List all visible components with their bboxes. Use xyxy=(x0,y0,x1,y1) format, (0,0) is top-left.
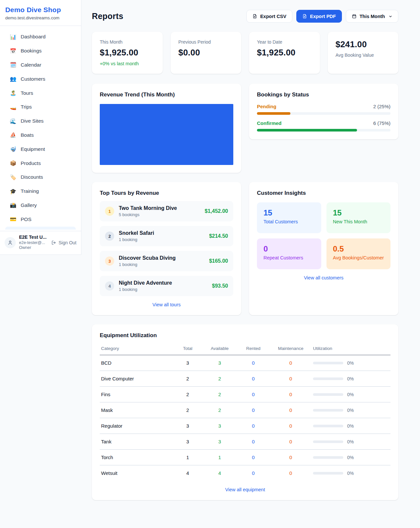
sidebar-item-trips[interactable]: 🚤Trips xyxy=(3,100,78,114)
sidebar-item-calendar[interactable]: 🗓️Calendar xyxy=(3,58,78,72)
insight-avg-bookings: 0.5 Avg Bookings/Customer xyxy=(326,238,391,269)
tour-bookings: 1 booking xyxy=(119,237,154,242)
tour-name: Snorkel Safari xyxy=(119,230,154,236)
tour-row: 2 Snorkel Safari 1 booking $214.50 xyxy=(100,226,233,246)
revenue-trend-chart xyxy=(100,104,233,165)
top-tours-card: Top Tours by Revenue 1 Two Tank Morning … xyxy=(92,182,241,315)
cell-rented: 0 xyxy=(237,418,270,434)
utilization-pct: 0% xyxy=(347,392,354,397)
main-content: Reports Export CSV Export PDF This Month… xyxy=(81,0,420,513)
customer-insights-card: Customer Insights 15 Total Customers 15 … xyxy=(249,182,398,315)
sidebar-item-discounts[interactable]: 🏷️Discounts xyxy=(3,170,78,184)
table-row: Dive Computer 2 2 0 0 0% xyxy=(100,371,390,387)
status-label: Pending xyxy=(257,104,276,109)
insight-total-customers: 15 Total Customers xyxy=(257,202,321,233)
col-rented: Rented xyxy=(237,343,270,355)
tour-name: Discover Scuba Diving xyxy=(119,255,176,261)
export-csv-button[interactable]: Export CSV xyxy=(246,10,292,23)
person-icon xyxy=(7,240,13,246)
cell-rented: 0 xyxy=(237,387,270,402)
table-row: Regulator 3 3 0 0 0% xyxy=(100,418,390,434)
table-row: Tank 3 3 0 0 0% xyxy=(100,434,390,450)
sidebar-item-dive-sites[interactable]: 🌊Dive Sites xyxy=(3,114,78,128)
sign-out-label: Sign Out xyxy=(59,240,76,245)
lists-row: Top Tours by Revenue 1 Two Tank Morning … xyxy=(92,182,398,315)
table-header-row: Category Total Available Rented Maintena… xyxy=(100,343,390,355)
stat-value: $1,925.00 xyxy=(100,48,155,58)
export-pdf-button[interactable]: Export PDF xyxy=(296,10,342,23)
cell-maintenance: 0 xyxy=(270,371,312,387)
utilization-bar xyxy=(313,425,343,427)
sidebar-item-dashboard[interactable]: 📊Dashboard xyxy=(3,30,78,44)
cell-category: Torch xyxy=(100,450,173,465)
cell-available: 2 xyxy=(202,402,237,418)
sidebar-item-equipment[interactable]: 🤿Equipment xyxy=(3,142,78,156)
stat-label: This Month xyxy=(100,39,155,45)
insight-label: Avg Bookings/Customer xyxy=(333,255,384,260)
sign-out-icon xyxy=(51,240,56,245)
top-tours-title: Top Tours by Revenue xyxy=(100,190,233,196)
sidebar-item-label: Gallery xyxy=(21,202,37,208)
status-bar-track xyxy=(257,129,390,132)
view-all-customers-link[interactable]: View all customers xyxy=(257,275,390,280)
sidebar-item-products[interactable]: 📦Products xyxy=(3,156,78,170)
sidebar-item-boats[interactable]: ⛵Boats xyxy=(3,128,78,142)
tour-amount: $93.50 xyxy=(212,283,228,289)
view-all-equipment-link[interactable]: View all equipment xyxy=(100,487,390,492)
trips-icon: 🚤 xyxy=(10,104,16,110)
table-row: Mask 2 2 0 0 0% xyxy=(100,402,390,418)
sidebar-item-label: Calendar xyxy=(21,62,41,68)
sidebar-item-gallery[interactable]: 📸Gallery xyxy=(3,198,78,213)
sidebar-item-tours[interactable]: 🏝️Tours xyxy=(3,86,78,100)
view-all-tours-link[interactable]: View all tours xyxy=(100,302,233,307)
sidebar-item-bookings[interactable]: 📅Bookings xyxy=(3,44,78,58)
table-row: BCD 3 3 0 0 0% xyxy=(100,355,390,371)
rank-badge: 4 xyxy=(105,281,114,291)
table-row: Torch 1 1 0 0 0% xyxy=(100,450,390,465)
utilization-pct: 0% xyxy=(347,376,354,381)
user-footer: E2E Test U... e2e-tester@... Owner Sign … xyxy=(0,231,81,254)
export-csv-label: Export CSV xyxy=(260,14,286,19)
col-available: Available xyxy=(202,343,237,355)
utilization-pct: 0% xyxy=(347,471,354,476)
cell-category: Wetsuit xyxy=(100,465,173,481)
brand-domain: demo.test.divestreams.com xyxy=(5,15,76,20)
brand-name[interactable]: Demo Dive Shop xyxy=(5,6,76,14)
status-label: Confirmed xyxy=(257,120,282,126)
tour-bookings: 1 booking xyxy=(119,262,176,267)
cell-rented: 0 xyxy=(237,402,270,418)
rank-badge: 3 xyxy=(105,256,114,266)
sidebar-item-label: Discounts xyxy=(21,174,43,180)
sign-out-button[interactable]: Sign Out xyxy=(51,240,76,245)
stats-row: This Month $1,925.00 +0% vs last month P… xyxy=(92,32,398,74)
chevron-down-icon xyxy=(388,14,392,18)
sidebar-item-training[interactable]: 🎓Training xyxy=(3,184,78,198)
bookings-status-title: Bookings by Status xyxy=(257,91,390,98)
stat-value: $241.00 xyxy=(336,39,391,50)
charts-row: Revenue Trend (This Month) Bookings by S… xyxy=(92,84,398,173)
brand[interactable]: Demo Dive Shop demo.test.divestreams.com xyxy=(0,0,81,26)
calendar-icon xyxy=(352,14,357,19)
stat-card-this-month: This Month $1,925.00 +0% vs last month xyxy=(92,32,163,74)
sidebar-item-label: Dashboard xyxy=(21,34,46,40)
bookings-icon: 📅 xyxy=(10,48,16,54)
cell-maintenance: 0 xyxy=(270,434,312,450)
boats-icon: ⛵ xyxy=(10,132,16,138)
cell-total: 2 xyxy=(173,371,202,387)
sidebar-item-pos[interactable]: 💳POS xyxy=(3,212,78,226)
cell-available: 1 xyxy=(202,450,237,465)
equipment-icon: 🤿 xyxy=(10,146,16,152)
sidebar-item-reports-partial[interactable] xyxy=(5,227,76,230)
cell-category: Mask xyxy=(100,402,173,418)
stat-card-year-to-date: Year to Date $1,925.00 xyxy=(249,32,320,74)
sidebar-item-label: Trips xyxy=(21,104,32,110)
period-select[interactable]: This Month xyxy=(346,10,398,23)
sidebar-item-label: Boats xyxy=(21,132,34,138)
insight-value: 0 xyxy=(263,244,315,254)
user-role: Owner xyxy=(19,245,47,251)
cell-available: 3 xyxy=(202,355,237,371)
insight-label: Total Customers xyxy=(263,219,315,224)
sidebar-item-customers[interactable]: 👥Customers xyxy=(3,72,78,86)
status-count: 6 (75%) xyxy=(373,120,390,126)
utilization-bar xyxy=(313,377,343,380)
